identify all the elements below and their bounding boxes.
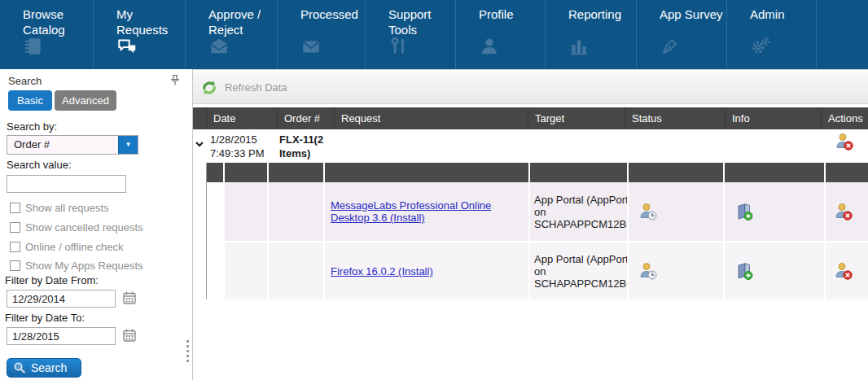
column-header-date[interactable]: Date — [206, 107, 277, 129]
row-order-cell — [269, 242, 325, 299]
tab-my-requests[interactable]: My Requests — [94, 0, 186, 69]
column-header-order[interactable]: Order # — [277, 107, 334, 129]
tab-label: Profile — [479, 7, 547, 22]
row-order-cell — [269, 182, 325, 241]
search-button[interactable]: Search — [7, 358, 81, 378]
tab-label: My Requests — [116, 7, 185, 37]
search-by-select[interactable]: Order # ▼ — [7, 135, 138, 155]
row-target-cell: App Portal (AppPortal) on SCHAPAPPCM12BO… — [530, 182, 629, 241]
magnifier-icon — [13, 361, 26, 374]
date-to-input[interactable] — [7, 327, 116, 345]
checkbox-box — [10, 203, 20, 213]
order-group-row: 1/28/2015 7:49:33 PM FLX-11(2 Items) — [193, 129, 868, 163]
group-date: 1/28/2015 7:49:33 PM — [206, 129, 277, 163]
tab-admin[interactable]: Admin — [727, 0, 817, 69]
group-order-number: FLX-11(2 Items) — [277, 129, 334, 163]
date-from-label: Filter by Date From: — [5, 274, 99, 286]
chevron-down-icon: ▼ — [118, 136, 138, 154]
bar-chart-icon — [568, 36, 590, 57]
row-target-cell: App Portal (AppPortal) on SCHAPAPPCM12BO… — [530, 242, 629, 299]
column-header-request[interactable]: Request — [334, 107, 528, 129]
grid-toolbar: Refresh Data — [193, 72, 868, 104]
calendar-icon[interactable] — [121, 290, 138, 307]
tab-processed[interactable]: Processed — [278, 0, 366, 69]
row-indent — [207, 182, 225, 241]
request-link[interactable]: Firefox 16.0.2 (Install) — [331, 265, 433, 277]
row-actions-cell — [826, 182, 868, 241]
row-request-cell: Firefox 16.0.2 (Install) — [325, 242, 530, 299]
date-from-input[interactable] — [7, 290, 116, 308]
row-info-cell — [725, 242, 826, 299]
date-to-label: Filter by Date To: — [5, 312, 85, 324]
search-by-label: Search by: — [7, 120, 57, 133]
tab-basic[interactable]: Basic — [8, 90, 52, 111]
checkbox-show-my-apps-requests[interactable]: Show My Apps Requests — [10, 260, 143, 272]
app-portal-window: Browse Catalog My Requests Approve / Rej… — [0, 0, 868, 380]
column-header-actions[interactable]: Actions — [821, 107, 868, 129]
row-info-cell — [725, 182, 826, 241]
row-status-cell — [629, 242, 725, 299]
column-header-target[interactable]: Target — [528, 107, 625, 129]
cancel-request-icon[interactable] — [835, 132, 854, 151]
row-request-cell: MessageLabs Professional Online Desktop … — [325, 182, 530, 241]
grid-header: Date Order # Request Target Status Info … — [193, 107, 868, 129]
user-pending-icon — [638, 202, 658, 221]
tab-profile[interactable]: Profile — [456, 0, 546, 69]
checkbox-label: Show cancelled requests — [25, 221, 143, 234]
envelope-icon — [300, 36, 322, 57]
checkbox-label: Show My Apps Requests — [25, 260, 143, 272]
envelope-open-icon — [208, 36, 230, 57]
column-header-status[interactable]: Status — [625, 107, 725, 129]
row-status-cell — [629, 182, 725, 241]
checkbox-box — [10, 260, 20, 271]
request-row: Firefox 16.0.2 (Install) App Portal (App… — [207, 242, 868, 299]
package-add-icon[interactable] — [734, 202, 754, 221]
refresh-data-button[interactable]: Refresh Data — [199, 78, 287, 98]
collapse-chevron-icon[interactable] — [193, 129, 206, 163]
tab-app-survey[interactable]: App Survey — [637, 0, 727, 69]
search-button-label: Search — [31, 361, 67, 374]
checkbox-show-all-requests[interactable]: Show all requests — [10, 202, 109, 214]
tab-approve-reject[interactable]: Approve / Reject — [186, 0, 278, 69]
tab-reporting[interactable]: Reporting — [546, 0, 637, 69]
checkbox-online-offline-check[interactable]: Online / offline check — [10, 241, 123, 253]
chat-bubbles-icon — [116, 36, 138, 57]
checkbox-box — [10, 222, 20, 233]
request-link[interactable]: MessageLabs Professional Online Desktop … — [331, 199, 524, 224]
column-header-info[interactable]: Info — [725, 107, 821, 129]
column-header-expander — [193, 107, 206, 129]
tab-browse-catalog[interactable]: Browse Catalog — [0, 0, 94, 69]
group-actions-cell — [821, 129, 868, 163]
tab-support-tools[interactable]: Support Tools — [366, 0, 456, 69]
row-indent — [207, 242, 225, 299]
calendar-icon[interactable] — [121, 328, 138, 344]
cancel-request-icon[interactable] — [834, 261, 853, 281]
checkbox-box — [10, 242, 20, 252]
catalog-icon — [23, 36, 44, 57]
tab-label: Admin — [750, 7, 818, 22]
pen-icon — [660, 36, 681, 57]
checkbox-show-cancelled-requests[interactable]: Show cancelled requests — [10, 221, 143, 234]
cancel-request-icon[interactable] — [834, 202, 853, 221]
request-row: MessageLabs Professional Online Desktop … — [207, 182, 868, 241]
tab-advanced[interactable]: Advanced — [55, 90, 116, 111]
search-panel: Search Basic Advanced Search by: Order #… — [0, 69, 193, 380]
search-value-input[interactable] — [7, 175, 126, 193]
gears-icon — [750, 36, 771, 57]
search-by-value: Order # — [7, 136, 118, 154]
search-value-label: Search value: — [7, 159, 72, 171]
order-items-table: MessageLabs Professional Online Desktop … — [206, 163, 868, 299]
row-date-cell — [225, 242, 269, 299]
tab-label: Support Tools — [388, 7, 457, 37]
top-nav: Browse Catalog My Requests Approve / Rej… — [0, 0, 868, 69]
package-add-icon[interactable] — [734, 261, 754, 281]
tab-label: Browse Catalog — [23, 7, 91, 37]
person-icon — [479, 36, 500, 57]
requests-pane: Refresh Data Date Order # Request Target… — [193, 69, 868, 380]
pin-icon[interactable] — [169, 74, 181, 87]
tab-label: Processed — [300, 7, 369, 22]
tab-label: Reporting — [568, 7, 637, 22]
search-panel-title: Search — [8, 75, 42, 87]
nested-header-row — [207, 163, 868, 182]
panel-splitter-handle[interactable] — [186, 340, 190, 365]
